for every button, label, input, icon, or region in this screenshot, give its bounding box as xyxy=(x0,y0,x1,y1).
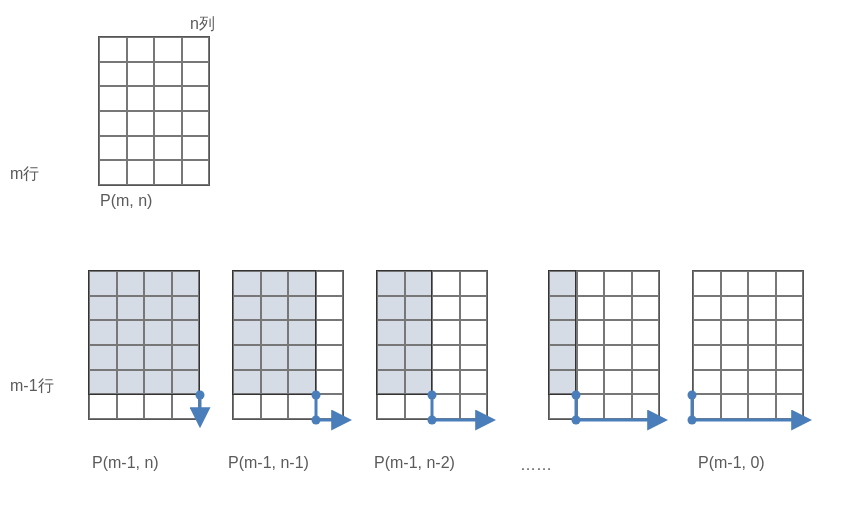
grid-cell xyxy=(99,86,127,111)
grid-cell xyxy=(432,320,460,345)
grid-p-m-1-0 xyxy=(692,270,804,420)
grid-cell xyxy=(172,296,200,321)
grid-cell xyxy=(233,320,261,345)
grid-cell xyxy=(549,296,577,321)
grid-cell xyxy=(261,394,289,419)
grid-cell xyxy=(405,345,433,370)
grid-cell xyxy=(577,370,605,395)
grid-cell xyxy=(693,345,721,370)
grid-cell xyxy=(99,160,127,185)
p-m-n-label: P(m, n) xyxy=(100,192,152,210)
grid-cell xyxy=(144,320,172,345)
grid-cell xyxy=(460,320,488,345)
grid-cell xyxy=(127,160,155,185)
grid-cell xyxy=(172,394,200,419)
grid-cell xyxy=(460,296,488,321)
grid-cell xyxy=(154,160,182,185)
grid-cell xyxy=(89,370,117,395)
grid-cell xyxy=(154,62,182,87)
grid-cell xyxy=(144,394,172,419)
grid-cell xyxy=(316,271,344,296)
grid-cell xyxy=(432,271,460,296)
grid-cell xyxy=(693,320,721,345)
grid-cell xyxy=(577,271,605,296)
grid-cell xyxy=(233,394,261,419)
grid-cell xyxy=(776,296,804,321)
grid-cell xyxy=(144,345,172,370)
grid-cell xyxy=(127,86,155,111)
grid-cell xyxy=(432,394,460,419)
grid-cell xyxy=(288,345,316,370)
grid-cell xyxy=(117,271,145,296)
grid-cell xyxy=(261,370,289,395)
grid-cell xyxy=(776,394,804,419)
grid-cell xyxy=(693,394,721,419)
grid-cell xyxy=(89,271,117,296)
grid-cell xyxy=(127,37,155,62)
grid-ellipsis xyxy=(548,270,660,420)
grid-cell xyxy=(776,370,804,395)
grid-cell xyxy=(316,370,344,395)
m-row-label: m行 xyxy=(10,164,39,185)
grid-cell xyxy=(288,370,316,395)
p-m-1-0-label: P(m-1, 0) xyxy=(698,454,765,472)
grid-cell xyxy=(748,296,776,321)
grid-cell xyxy=(721,296,749,321)
grid-cell xyxy=(604,370,632,395)
grid-cell xyxy=(316,320,344,345)
grid-cell xyxy=(144,296,172,321)
grid-cell xyxy=(405,394,433,419)
grid-cell xyxy=(405,320,433,345)
grid-cell xyxy=(632,345,660,370)
m-1-row-label: m-1行 xyxy=(10,376,54,397)
grid-cell xyxy=(460,345,488,370)
grid-cell xyxy=(154,111,182,136)
grid-cell xyxy=(144,271,172,296)
grid-cell xyxy=(405,370,433,395)
grid-cell xyxy=(261,296,289,321)
grid-cell xyxy=(632,370,660,395)
grid-cell xyxy=(99,111,127,136)
grid-cell xyxy=(127,62,155,87)
grid-cell xyxy=(460,271,488,296)
grid-cell xyxy=(721,345,749,370)
grid-cell xyxy=(261,271,289,296)
grid-cell xyxy=(288,271,316,296)
grid-cell xyxy=(377,370,405,395)
grid-cell xyxy=(377,345,405,370)
grid-cell xyxy=(632,320,660,345)
grid-cell xyxy=(776,320,804,345)
grid-cell xyxy=(154,136,182,161)
grid-cell xyxy=(316,296,344,321)
grid-cell xyxy=(748,370,776,395)
grid-cell xyxy=(154,37,182,62)
grid-cell xyxy=(316,394,344,419)
grid-cell xyxy=(748,320,776,345)
grid-cell xyxy=(316,345,344,370)
grid-cell xyxy=(549,271,577,296)
grid-cell xyxy=(182,86,210,111)
grid-cell xyxy=(288,320,316,345)
grid-cell xyxy=(748,345,776,370)
grid-cell xyxy=(172,271,200,296)
grid-cell xyxy=(604,271,632,296)
grid-cell xyxy=(233,271,261,296)
grid-cell xyxy=(693,271,721,296)
grid-p-m-1-n-1 xyxy=(232,270,344,420)
grid-cell xyxy=(405,271,433,296)
grid-cell xyxy=(117,370,145,395)
grid-cell xyxy=(89,320,117,345)
grid-cell xyxy=(117,345,145,370)
grid-cell xyxy=(604,320,632,345)
grid-cell xyxy=(405,296,433,321)
grid-cell xyxy=(549,394,577,419)
grid-cell xyxy=(432,345,460,370)
grid-cell xyxy=(261,345,289,370)
grid-cell xyxy=(172,370,200,395)
grid-cell xyxy=(99,37,127,62)
grid-cell xyxy=(117,394,145,419)
grid-cell xyxy=(233,370,261,395)
grid-cell xyxy=(432,296,460,321)
grid-p-m-1-n xyxy=(88,270,200,420)
grid-cell xyxy=(288,296,316,321)
